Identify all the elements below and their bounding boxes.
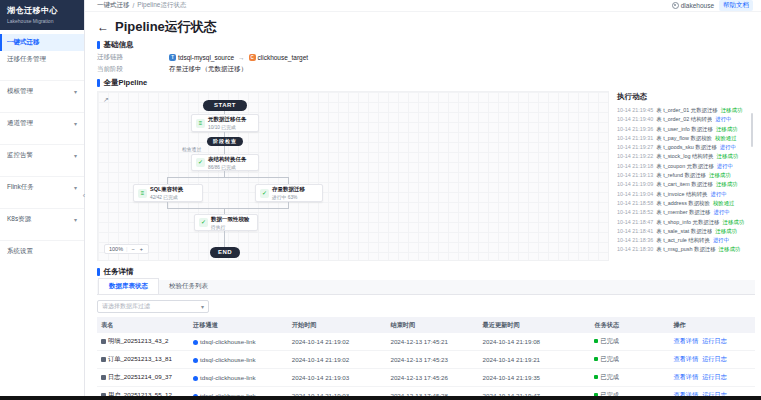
node-subtitle: 10/10 已完成	[208, 124, 247, 130]
dag-node-full-data[interactable]: ✓ 存量数据迁移 进行中 63%	[255, 184, 323, 202]
cell-updated-time: 2024-10-14 21:19:35	[479, 369, 591, 387]
back-icon[interactable]: ←	[97, 20, 109, 34]
tab-bar: 数据库表状态 校验任务列表	[97, 280, 755, 295]
log-status: 进行中	[720, 143, 736, 152]
cell-updated-time: 2024-10-14 21:19:21	[479, 351, 591, 369]
dag-edge	[288, 177, 289, 184]
dag-node-start[interactable]: START	[203, 100, 247, 111]
zoom-in-button[interactable]: +	[139, 246, 144, 252]
view-detail-link[interactable]: 查看详情	[673, 355, 698, 362]
zoom-out-button[interactable]: −	[131, 246, 136, 252]
page-title: Pipeline运行状态	[115, 18, 217, 36]
log-entry: 10-14 21:18:52表 t_member 数据迁移进行中	[617, 208, 748, 217]
table-row: 订单_20251213_13_81 tdsql-clickhouse-link …	[97, 351, 755, 369]
target-db-icon: C	[249, 54, 256, 61]
run-log-link[interactable]: 运行日志	[702, 373, 727, 380]
sidebar-item-flink[interactable]: Flink任务 ▾	[0, 176, 84, 196]
target-db-name: clickhouse_target	[258, 54, 309, 61]
cell-start-time: 2024-10-14 21:19:02	[288, 351, 387, 369]
sidebar-item-channels[interactable]: 通道管理 ▾	[0, 112, 84, 132]
log-time: 10-14 21:19:36	[617, 125, 653, 134]
log-panel-title: 执行动态	[617, 92, 748, 102]
log-message: 表 t_sale_stat 数据迁移	[656, 227, 712, 236]
tab-verify-tasks[interactable]: 校验任务列表	[159, 279, 218, 294]
log-entry: 10-14 21:18:36表 t_act_rule 结构转换进行中	[617, 236, 748, 245]
view-detail-link[interactable]: 查看详情	[673, 373, 698, 380]
log-time: 10-14 21:18:52	[617, 208, 653, 217]
log-time: 10-14 21:18:41	[617, 227, 653, 236]
dag-canvas[interactable]: ↗ START ≡ 元数据迁移任务 10/10 已完成 阶段检查 检查通过	[97, 91, 609, 261]
dag-node-verify[interactable]: ✓ 数据一致性校验 待执行	[194, 214, 258, 231]
breadcrumb-root[interactable]: 一键式迁移	[97, 1, 130, 10]
node-subtitle: 86/86 已完成	[208, 164, 247, 170]
sidebar-item-templates[interactable]: 模板管理 ▾	[0, 80, 84, 100]
sidebar-item-monitoring[interactable]: 监控告警 ▾	[0, 144, 84, 164]
log-status: 迁移成功	[709, 171, 731, 180]
user-menu[interactable]: dlakehouse	[672, 2, 714, 9]
log-time: 10-14 21:18:36	[617, 236, 653, 245]
filter-row: 请选择数据库过滤 ▾	[97, 300, 755, 313]
log-time: 10-14 21:19:09	[617, 180, 653, 189]
log-entry: 10-14 21:19:27表 t_goods_sku 数据迁移进行中	[617, 143, 748, 152]
log-status: 迁移成功	[715, 227, 737, 236]
sidebar-item-label: 一键式迁移	[7, 38, 40, 47]
scrollbar[interactable]	[751, 113, 754, 147]
task-icon: ≡	[196, 119, 205, 128]
tab-table-status[interactable]: 数据库表状态	[98, 278, 159, 294]
log-message: 表 t_stock_log 结构转换	[656, 152, 713, 161]
channel-icon	[193, 340, 198, 345]
log-time: 10-14 21:18:47	[617, 218, 653, 227]
sidebar-item-label: K8s资源	[7, 215, 31, 224]
log-message: 表 t_goods_sku 数据迁移	[656, 143, 717, 152]
log-message: 表 t_user_info 数据迁移	[656, 125, 713, 134]
node-subtitle: 待执行	[211, 224, 250, 230]
sidebar-item-settings[interactable]: 系统设置	[0, 240, 84, 260]
log-status: 迁移成功	[716, 180, 738, 189]
sidebar-item-one-click-migration[interactable]: 一键式迁移	[0, 34, 84, 51]
page-body: ← Pipeline运行状态 基础信息 迁移链路 T tdsql-mysql_s…	[85, 12, 761, 400]
dag-node-stage-check[interactable]: 阶段检查	[207, 137, 243, 146]
log-message: 表 t_refund 数据迁移	[656, 171, 706, 180]
field-migration-link: 迁移链路 T tdsql-mysql_source → C clickhouse…	[97, 53, 755, 62]
cell-status: 已完成	[590, 369, 669, 387]
channel-icon	[193, 376, 198, 381]
dag-node-end[interactable]: END	[210, 247, 240, 258]
node-title: 存量数据迁移	[272, 186, 305, 193]
sidebar-item-migration-tasks[interactable]: 迁移任务管理	[0, 51, 84, 68]
sidebar-item-label: 模板管理	[7, 87, 33, 96]
table-header-row: 表名 迁移通道 开始时间 结束时间 最近更新时间 任务状态 操作	[97, 317, 755, 333]
run-log-link[interactable]: 运行日志	[702, 337, 727, 344]
chevron-down-icon: ▾	[74, 152, 77, 159]
log-entry: 10-14 21:19:36表 t_user_info 数据迁移迁移成功	[617, 125, 748, 134]
dag-node-metadata[interactable]: ≡ 元数据迁移任务 10/10 已完成	[191, 114, 259, 132]
cell-end-time: 2024-12-13 17:45:23	[386, 351, 478, 369]
view-detail-link[interactable]: 查看详情	[673, 337, 698, 344]
section-bar	[97, 268, 100, 276]
log-status: 迁移成功	[719, 245, 741, 254]
sidebar-item-label: 迁移任务管理	[7, 55, 46, 64]
tasks-table: 表名 迁移通道 开始时间 结束时间 最近更新时间 任务状态 操作 明细_2025…	[97, 317, 755, 400]
chevron-down-icon: ▾	[74, 88, 77, 95]
dag-edge	[167, 208, 289, 209]
node-title: 数据一致性校验	[211, 216, 250, 223]
help-docs-button[interactable]: 帮助文档	[719, 0, 753, 11]
sidebar-item-k8s[interactable]: K8s资源 ▾	[0, 208, 84, 228]
log-status: 迁移成功	[716, 125, 738, 134]
log-message: 表 t_act_rule 结构转换	[656, 236, 710, 245]
database-filter-select[interactable]: 请选择数据库过滤 ▾	[97, 300, 209, 313]
log-message: 表 t_pay_flow 数据校验	[656, 134, 712, 143]
log-entry: 10-14 21:19:22表 t_stock_log 结构转换迁移成功	[617, 152, 748, 161]
run-log-link[interactable]: 运行日志	[702, 355, 727, 362]
log-status: 迁移成功	[721, 106, 743, 115]
dag-node-sql-convert[interactable]: ≡ SQL兼容转换 42/42 已完成	[133, 184, 203, 202]
log-entry: 10-14 21:19:04表 t_invoice 结构转换进行中	[617, 190, 748, 199]
dag-node-schema-convert[interactable]: ✓ 表结构转换任务 86/86 已完成	[191, 154, 259, 171]
expand-icon[interactable]: ↗	[103, 96, 109, 104]
main-area: 一键式迁移 / Pipeline运行状态 dlakehouse 帮助文档 ← P…	[85, 0, 761, 400]
cell-end-time: 2024-12-13 17:45:21	[386, 333, 478, 351]
chevron-down-icon: ▾	[74, 120, 77, 127]
section-pipeline: 全量Pipeline	[97, 78, 755, 88]
section-bar	[97, 79, 100, 87]
divider: |	[126, 246, 127, 252]
pipeline-wrap: ↗ START ≡ 元数据迁移任务 10/10 已完成 阶段检查 检查通过	[97, 91, 755, 261]
